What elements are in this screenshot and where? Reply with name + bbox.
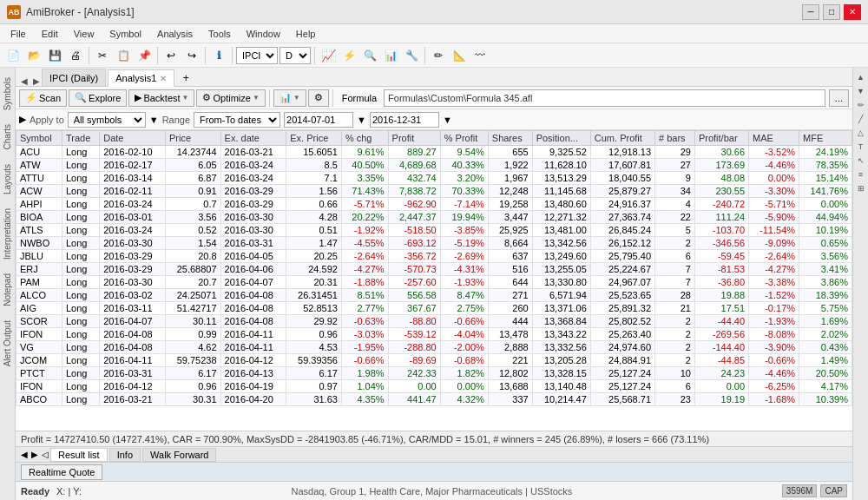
col-exdate[interactable]: Ex. date bbox=[220, 131, 286, 146]
apply-to-combo[interactable]: All symbols bbox=[68, 112, 146, 128]
symbol-combo[interactable]: IPCI bbox=[236, 47, 278, 64]
table-row[interactable]: AHPILong2016-03-240.72016-03-290.66-5.71… bbox=[16, 198, 852, 211]
sidebar-notepad[interactable]: Notepad bbox=[0, 267, 15, 312]
col-profitbar[interactable]: Profit/bar bbox=[694, 131, 748, 146]
col-symbol[interactable]: Symbol bbox=[16, 131, 62, 146]
formula-browse-button[interactable]: ... bbox=[829, 89, 849, 107]
draw-btn1[interactable]: ✏ bbox=[429, 46, 448, 65]
copy-button[interactable]: 📋 bbox=[114, 46, 133, 65]
table-row[interactable]: ATWLong2016-02-176.052016-03-248.540.50%… bbox=[16, 159, 852, 172]
col-mfe[interactable]: MFE bbox=[799, 131, 852, 146]
col-position[interactable]: Position... bbox=[532, 131, 590, 146]
table-row[interactable]: PAMLong2016-03-3020.72016-04-0720.31-1.8… bbox=[16, 276, 852, 289]
menu-analysis[interactable]: Analysis bbox=[150, 27, 200, 41]
realtime-quote-button[interactable]: Realtime Quote bbox=[21, 464, 102, 480]
open-button[interactable]: 📂 bbox=[24, 46, 43, 65]
draw-btn3[interactable]: 〰 bbox=[470, 46, 490, 65]
col-exprice[interactable]: Ex. Price bbox=[286, 131, 342, 146]
col-price[interactable]: Price bbox=[165, 131, 220, 146]
table-row[interactable]: ABCOLong2016-03-2130.312016-04-2031.634.… bbox=[16, 393, 852, 406]
new-tab-button[interactable]: + bbox=[176, 70, 195, 86]
bottom-nav-prev2[interactable]: ◁ bbox=[40, 450, 50, 459]
col-bars[interactable]: # bars bbox=[655, 131, 695, 146]
tab-prev-arrow[interactable]: ◀ bbox=[19, 76, 30, 86]
right-tool-6[interactable]: ⊞ bbox=[855, 182, 867, 194]
table-row[interactable]: ATTULong2016-03-146.872016-03-247.13.35%… bbox=[16, 172, 852, 185]
results-table-container[interactable]: Symbol Trade Date Price Ex. date Ex. Pri… bbox=[16, 130, 852, 431]
close-button[interactable]: ✕ bbox=[844, 4, 861, 20]
tab-next-arrow[interactable]: ▶ bbox=[31, 76, 42, 86]
col-profit[interactable]: Profit bbox=[388, 131, 440, 146]
right-tool-text[interactable]: T bbox=[855, 141, 867, 153]
table-row[interactable]: NWBOLong2016-03-301.542016-03-311.47-4.5… bbox=[16, 237, 852, 250]
table-row[interactable]: PTCTLong2016-03-316.172016-04-136.171.98… bbox=[16, 367, 852, 380]
scan-button[interactable]: ⚡ Scan bbox=[19, 89, 67, 107]
explore-button[interactable]: 🔍 Explore bbox=[69, 89, 127, 107]
info-button[interactable]: ℹ bbox=[209, 46, 228, 65]
table-row[interactable]: SCORLong2016-04-0730.112016-04-0829.92-0… bbox=[16, 315, 852, 328]
chart-btn3[interactable]: 🔍 bbox=[360, 46, 379, 65]
table-row[interactable]: VGLong2016-04-084.622016-04-114.53-1.95%… bbox=[16, 341, 852, 354]
table-row[interactable]: ACWLong2016-02-110.912016-03-291.5671.43… bbox=[16, 185, 852, 198]
sidebar-layouts[interactable]: Layouts bbox=[0, 158, 15, 201]
table-row[interactable]: ALCOLong2016-03-0224.250712016-04-0826.3… bbox=[16, 289, 852, 302]
menu-edit[interactable]: Edit bbox=[35, 27, 65, 41]
right-tool-line[interactable]: ╱ bbox=[855, 113, 867, 125]
chart-btn2[interactable]: ⚡ bbox=[339, 46, 358, 65]
new-button[interactable]: 📄 bbox=[3, 46, 23, 65]
sidebar-symbols[interactable]: Symbols bbox=[0, 71, 15, 116]
bottom-nav-prev[interactable]: ◀ bbox=[19, 450, 30, 459]
col-shares[interactable]: Shares bbox=[488, 131, 532, 146]
menu-window[interactable]: Window bbox=[240, 27, 287, 41]
print-button[interactable]: 🖨 bbox=[66, 46, 85, 65]
undo-button[interactable]: ↩ bbox=[161, 46, 181, 65]
table-row[interactable]: ERJLong2016-03-2925.688072016-04-0624.59… bbox=[16, 263, 852, 276]
optimize-button[interactable]: ⚙ Optimize ▼ bbox=[196, 89, 265, 107]
range-type-combo[interactable]: From-To dates bbox=[194, 112, 280, 128]
interval-combo[interactable]: D bbox=[279, 47, 311, 64]
right-tool-1[interactable]: ▲ bbox=[855, 71, 867, 83]
col-date[interactable]: Date bbox=[100, 131, 166, 146]
col-mae[interactable]: MAE bbox=[749, 131, 799, 146]
cut-button[interactable]: ✂ bbox=[93, 46, 112, 65]
settings-button[interactable]: ⚙ bbox=[308, 89, 329, 107]
tab-ipci[interactable]: IPCI (Daily) bbox=[42, 69, 106, 86]
date-from-input[interactable] bbox=[284, 112, 353, 128]
chart-type-button[interactable]: 📊 ▼ bbox=[273, 89, 306, 107]
date-to-input[interactable] bbox=[370, 112, 439, 128]
maximize-button[interactable]: □ bbox=[823, 4, 840, 20]
sidebar-alert-output[interactable]: Alert Output bbox=[0, 314, 15, 372]
tab-close-icon[interactable]: ✕ bbox=[160, 74, 167, 83]
right-tool-cursor[interactable]: ↖ bbox=[855, 155, 867, 167]
tab-analysis1[interactable]: Analysis1 ✕ bbox=[108, 69, 174, 87]
table-row[interactable]: ACULong2016-02-1014.237442016-03-2115.60… bbox=[16, 146, 852, 159]
chart-btn5[interactable]: 🔧 bbox=[402, 46, 421, 65]
menu-help[interactable]: Help bbox=[289, 27, 323, 41]
bottom-tab-walkforward[interactable]: Walk Forward bbox=[142, 448, 216, 462]
col-cumprofit[interactable]: Cum. Profit bbox=[590, 131, 654, 146]
table-row[interactable]: AIGLong2016-03-1151.427172016-04-0852.85… bbox=[16, 302, 852, 315]
menu-view[interactable]: View bbox=[67, 27, 102, 41]
table-row[interactable]: JCOMLong2016-04-1159.752382016-04-1259.3… bbox=[16, 354, 852, 367]
bottom-tab-info[interactable]: Info bbox=[109, 448, 141, 462]
right-tool-2[interactable]: ▼ bbox=[855, 85, 867, 97]
table-row[interactable]: JBLULong2016-03-2920.82016-04-0520.25-2.… bbox=[16, 250, 852, 263]
sidebar-interpretation[interactable]: Interpretation bbox=[0, 202, 15, 266]
minimize-button[interactable]: ─ bbox=[802, 4, 819, 20]
col-pctchg[interactable]: % chg bbox=[341, 131, 388, 146]
right-tool-triangle[interactable]: △ bbox=[855, 127, 867, 139]
backtest-button[interactable]: ▶ Backtest ▼ bbox=[128, 89, 194, 107]
chart-btn4[interactable]: 📊 bbox=[381, 46, 400, 65]
table-row[interactable]: BIOALong2016-03-013.562016-03-304.2820.2… bbox=[16, 211, 852, 224]
right-tool-pencil[interactable]: ✏ bbox=[855, 99, 867, 111]
paste-button[interactable]: 📌 bbox=[135, 46, 154, 65]
chart-btn1[interactable]: 📈 bbox=[319, 46, 338, 65]
redo-button[interactable]: ↪ bbox=[182, 46, 201, 65]
menu-symbol[interactable]: Symbol bbox=[102, 27, 148, 41]
col-trade[interactable]: Trade bbox=[62, 131, 99, 146]
bottom-nav-next[interactable]: ▶ bbox=[30, 450, 40, 459]
col-pctprofit[interactable]: % Profit bbox=[440, 131, 488, 146]
save-button[interactable]: 💾 bbox=[45, 46, 64, 65]
draw-btn2[interactable]: 📐 bbox=[450, 46, 469, 65]
right-tool-5[interactable]: ≡ bbox=[855, 168, 867, 181]
